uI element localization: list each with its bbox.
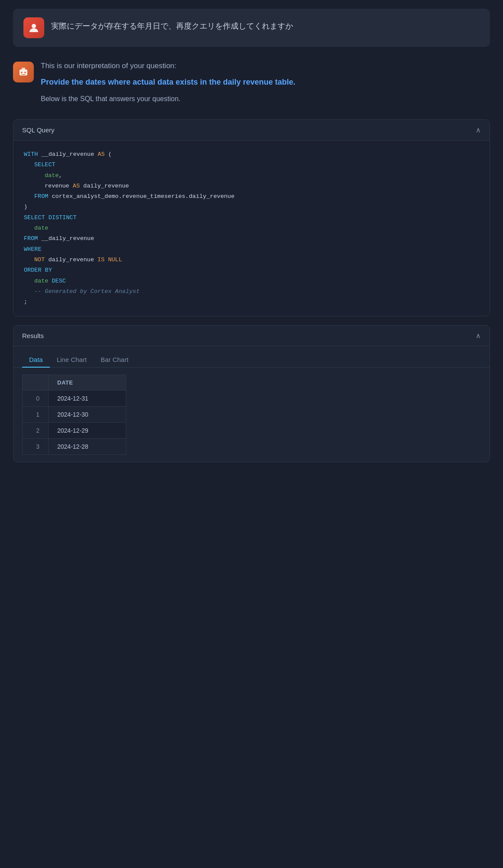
user-avatar	[23, 17, 44, 38]
data-table-container: DATE 0 2024-12-31 1 2024-12-30	[13, 368, 490, 462]
table-row: 3 2024-12-28	[23, 439, 126, 455]
code-line-1: WITH __daily_revenue AS (	[24, 149, 479, 160]
results-chevron-icon[interactable]: ∧	[476, 332, 481, 340]
bot-response: This is our interpretation of your quest…	[13, 57, 490, 480]
results-panel: Results ∧ Data Line Chart Bar Chart DATE	[13, 325, 490, 462]
interpretation-bold: Provide the dates where actual data exis…	[41, 76, 295, 88]
svg-point-3	[21, 72, 23, 73]
code-line-3: date,	[24, 171, 479, 181]
interpretation-block: This is our interpretation of your quest…	[41, 62, 295, 112]
col-header-date: DATE	[49, 375, 126, 391]
code-line-6: )	[24, 202, 479, 212]
interpretation-label: This is our interpretation of your quest…	[41, 62, 295, 70]
code-line-end: ;	[24, 297, 479, 307]
row-1-date: 2024-12-30	[49, 407, 126, 423]
row-2-date: 2024-12-29	[49, 423, 126, 439]
sql-panel-title: SQL Query	[22, 126, 54, 134]
tab-bar-chart[interactable]: Bar Chart	[94, 352, 135, 368]
results-tabs: Data Line Chart Bar Chart	[13, 346, 490, 368]
table-header-row: DATE	[23, 375, 126, 391]
code-line-5: FROM cortex_analyst_demo.revenue_timeser…	[24, 191, 479, 202]
code-line-10: WHERE	[24, 244, 479, 255]
svg-point-0	[32, 24, 36, 28]
row-2-index: 2	[23, 423, 49, 439]
code-line-12: ORDER BY	[24, 265, 479, 276]
sql-chevron-icon[interactable]: ∧	[476, 126, 481, 134]
row-3-index: 3	[23, 439, 49, 455]
user-icon	[28, 22, 40, 34]
results-panel-title: Results	[22, 332, 44, 339]
code-line-4: revenue AS daily_revenue	[24, 181, 479, 191]
below-sql-text: Below is the SQL that answers your quest…	[41, 95, 295, 103]
sql-panel: SQL Query ∧ WITH __daily_revenue AS ( SE…	[13, 119, 490, 316]
svg-point-4	[24, 72, 26, 73]
code-line-comment: -- Generated by Cortex Analyst	[24, 286, 479, 297]
code-line-11: NOT daily_revenue IS NULL	[24, 255, 479, 265]
svg-rect-5	[21, 74, 26, 75]
user-message: 実際にデータが存在する年月日で、再度クエリを作成してくれますか	[13, 9, 490, 47]
tab-line-chart[interactable]: Line Chart	[50, 352, 94, 368]
bot-header: This is our interpretation of your quest…	[13, 62, 490, 112]
svg-rect-2	[22, 68, 25, 70]
row-1-index: 1	[23, 407, 49, 423]
row-3-date: 2024-12-28	[49, 439, 126, 455]
bot-avatar	[13, 62, 34, 82]
row-0-date: 2024-12-31	[49, 391, 126, 407]
table-row: 0 2024-12-31	[23, 391, 126, 407]
tab-data[interactable]: Data	[22, 352, 50, 368]
code-line-13: date DESC	[24, 276, 479, 286]
code-line-9: FROM __daily_revenue	[24, 233, 479, 244]
data-table: DATE 0 2024-12-31 1 2024-12-30	[22, 375, 126, 455]
sql-panel-header[interactable]: SQL Query ∧	[13, 120, 490, 141]
code-line-2: SELECT	[24, 160, 479, 170]
code-line-8: date	[24, 223, 479, 233]
bot-icon	[17, 66, 29, 78]
table-row: 2 2024-12-29	[23, 423, 126, 439]
results-panel-header[interactable]: Results ∧	[13, 326, 490, 346]
row-0-index: 0	[23, 391, 49, 407]
sql-code-block: WITH __daily_revenue AS ( SELECT date, r…	[13, 141, 490, 316]
col-header-index	[23, 375, 49, 391]
table-row: 1 2024-12-30	[23, 407, 126, 423]
code-line-7: SELECT DISTINCT	[24, 213, 479, 223]
user-message-text: 実際にデータが存在する年月日で、再度クエリを作成してくれますか	[51, 17, 293, 33]
